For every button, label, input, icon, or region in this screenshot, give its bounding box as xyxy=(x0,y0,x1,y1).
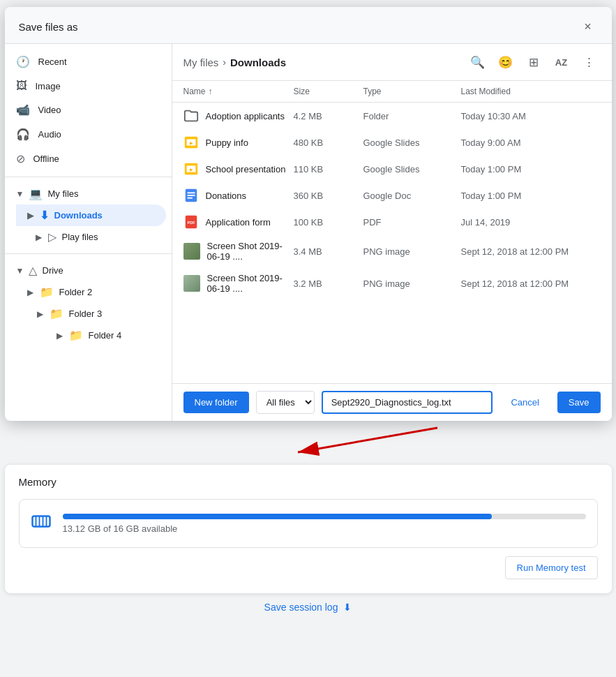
file-name: Puppy info xyxy=(206,137,248,148)
file-list: Adoption applicants 4.2 MB Folder Today … xyxy=(172,103,612,383)
drive-label: Drive xyxy=(43,265,63,276)
chevron-down-icon: ▼ xyxy=(16,189,26,199)
file-name-cell: Screen Shot 2019-06-19 .... xyxy=(183,241,294,262)
sidebar-item-myfiles[interactable]: ▼ 💻 My files xyxy=(5,183,166,204)
table-row[interactable]: Adoption applicants 4.2 MB Folder Today … xyxy=(172,103,612,129)
folder2-label: Folder 2 xyxy=(59,287,93,297)
sidebar-item-label: Video xyxy=(38,105,61,115)
sidebar-item-downloads[interactable]: ▶ ⬇ Downloads xyxy=(16,204,166,226)
memory-info: 13.12 GB of 16 GB available xyxy=(63,514,586,534)
sidebar-item-image[interactable]: 🖼 Image xyxy=(5,74,166,98)
svg-rect-14 xyxy=(32,516,50,527)
drive-children: ▶ 📁 Folder 2 ▶ 📁 Folder 3 ▶ xyxy=(5,281,172,346)
file-modified: Today 1:00 PM xyxy=(461,191,601,201)
file-list-header: Name ↑ Size Type Last Modified xyxy=(172,81,612,103)
video-icon: 📹 xyxy=(16,103,30,117)
table-row[interactable]: ▶ Puppy info 480 KB Google Slides Today … xyxy=(172,129,612,156)
file-modified: Sept 12, 2018 at 12:00 PM xyxy=(461,246,601,257)
memory-bar-fill xyxy=(63,514,492,519)
column-type: Type xyxy=(363,87,461,96)
svg-text:PDF: PDF xyxy=(187,221,195,225)
file-name-cell: Screen Shot 2019-06-19 .... xyxy=(183,273,294,294)
my-files-label: My files xyxy=(48,188,79,199)
table-row[interactable]: Screen Shot 2019-06-19 .... 3.4 MB PNG i… xyxy=(172,235,612,267)
file-name: Application form xyxy=(206,217,271,228)
doc-icon xyxy=(183,188,199,203)
dialog-body: 🕐 Recent 🖼 Image 📹 Video 🎧 Audio ⊘ xyxy=(5,44,612,421)
new-folder-button[interactable]: New folder xyxy=(183,392,249,413)
folder4-label: Folder 4 xyxy=(89,330,122,341)
file-modified: Today 10:30 AM xyxy=(461,111,601,121)
audio-icon: 🎧 xyxy=(16,128,30,141)
table-row[interactable]: PDF Application form 100 KB PDF Jul 14, … xyxy=(172,209,612,235)
save-session-label: Save session log xyxy=(264,602,338,613)
file-modified: Today 1:00 PM xyxy=(461,164,601,174)
memory-text: 13.12 GB of 16 GB available xyxy=(63,523,586,534)
sidebar-item-offline[interactable]: ⊘ Offline xyxy=(5,147,166,171)
file-size: 3.4 MB xyxy=(294,246,363,257)
file-type: Google Slides xyxy=(363,137,461,148)
file-size: 480 KB xyxy=(294,137,363,148)
svg-rect-8 xyxy=(187,195,195,196)
chevron-right-icon3: ▶ xyxy=(27,288,37,297)
sidebar-item-folder3[interactable]: ▶ 📁 Folder 3 xyxy=(27,303,166,325)
file-type: Google Slides xyxy=(363,164,461,174)
table-row[interactable]: Screen Shot 2019-06-19 .... 3.2 MB PNG i… xyxy=(172,267,612,299)
screenshot-thumbnail xyxy=(183,243,200,260)
breadcrumb-parent[interactable]: My files xyxy=(183,57,219,68)
filename-input[interactable] xyxy=(322,391,493,414)
table-row[interactable]: Donations 360 KB Google Doc Today 1:00 P… xyxy=(172,182,612,209)
table-row[interactable]: ▶ School presentation 110 KB Google Slid… xyxy=(172,156,612,182)
svg-text:▶: ▶ xyxy=(189,140,193,145)
sidebar-item-audio[interactable]: 🎧 Audio xyxy=(5,122,166,147)
save-button[interactable]: Save xyxy=(557,392,601,413)
toolbar-icons: 🔍 😊 ⊞ AZ ⋮ xyxy=(467,51,601,73)
downloads-label: Downloads xyxy=(54,210,103,221)
column-name-label: Name xyxy=(183,87,206,96)
file-size: 4.2 MB xyxy=(294,111,363,121)
file-type-select[interactable]: All files xyxy=(256,391,315,414)
emoji-button[interactable]: 😊 xyxy=(495,51,517,73)
file-modified: Today 9:00 AM xyxy=(461,137,601,148)
more-options-button[interactable]: ⋮ xyxy=(578,51,601,73)
sidebar-item-recent[interactable]: 🕐 Recent xyxy=(5,50,166,74)
grid-view-button[interactable]: ⊞ xyxy=(523,51,545,73)
sidebar: 🕐 Recent 🖼 Image 📹 Video 🎧 Audio ⊘ xyxy=(5,44,172,421)
offline-icon: ⊘ xyxy=(16,152,25,165)
cancel-button[interactable]: Cancel xyxy=(499,392,550,413)
sidebar-item-playfiles[interactable]: ▶ ▷ Play files xyxy=(16,226,166,248)
play-files-label: Play files xyxy=(62,232,98,242)
file-name: Screen Shot 2019-06-19 .... xyxy=(207,241,294,262)
file-size: 360 KB xyxy=(294,191,363,201)
svg-rect-7 xyxy=(187,192,195,193)
my-files-children: ▶ ⬇ Downloads ▶ ▷ Play files xyxy=(5,204,172,248)
slides-icon2: ▶ xyxy=(183,161,199,177)
recent-icon: 🕐 xyxy=(16,55,30,68)
sidebar-divider2 xyxy=(5,253,172,254)
search-button[interactable]: 🔍 xyxy=(467,51,489,73)
chevron-down-icon2: ▼ xyxy=(16,266,26,276)
file-type: Folder xyxy=(363,111,461,121)
sidebar-item-folder4[interactable]: ▶ 📁 Folder 4 xyxy=(38,325,166,346)
file-size: 110 KB xyxy=(294,164,363,174)
play-icon: ▷ xyxy=(48,230,57,244)
close-button[interactable]: × xyxy=(578,17,598,36)
sort-button[interactable]: AZ xyxy=(550,51,573,73)
file-type: PDF xyxy=(363,217,461,228)
save-files-dialog: Save files as × 🕐 Recent 🖼 Image 📹 Video xyxy=(5,7,612,421)
screenshot-thumbnail2 xyxy=(183,275,200,292)
sidebar-item-label: Recent xyxy=(38,57,67,67)
sort-icon: ↑ xyxy=(209,87,213,96)
column-size: Size xyxy=(294,87,363,96)
sidebar-item-drive[interactable]: ▼ △ Drive xyxy=(5,260,166,281)
breadcrumb-current: Downloads xyxy=(230,57,286,68)
sidebar-item-label: Image xyxy=(36,81,61,91)
save-session-log-button[interactable]: Save session log ⬇ xyxy=(264,602,352,613)
sidebar-item-video[interactable]: 📹 Video xyxy=(5,98,166,122)
run-memory-test-button[interactable]: Run Memory test xyxy=(505,556,598,579)
svg-rect-9 xyxy=(187,198,192,199)
memory-title: Memory xyxy=(19,476,598,488)
sidebar-item-folder2[interactable]: ▶ 📁 Folder 2 xyxy=(16,281,166,303)
drive-icon: △ xyxy=(29,264,37,277)
file-name-cell: ▶ Puppy info xyxy=(183,135,294,150)
